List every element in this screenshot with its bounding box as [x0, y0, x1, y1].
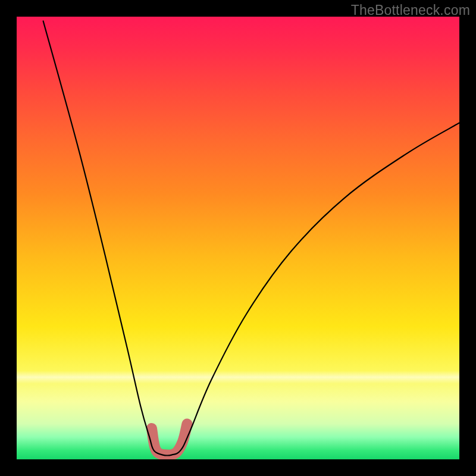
plot-area [17, 17, 459, 459]
watermark-text: TheBottleneck.com [351, 2, 470, 18]
bottleneck-curve [43, 21, 459, 455]
chart-frame: TheBottleneck.com [0, 0, 476, 476]
curve-layer [17, 17, 459, 459]
highlight-stroke [152, 424, 187, 455]
